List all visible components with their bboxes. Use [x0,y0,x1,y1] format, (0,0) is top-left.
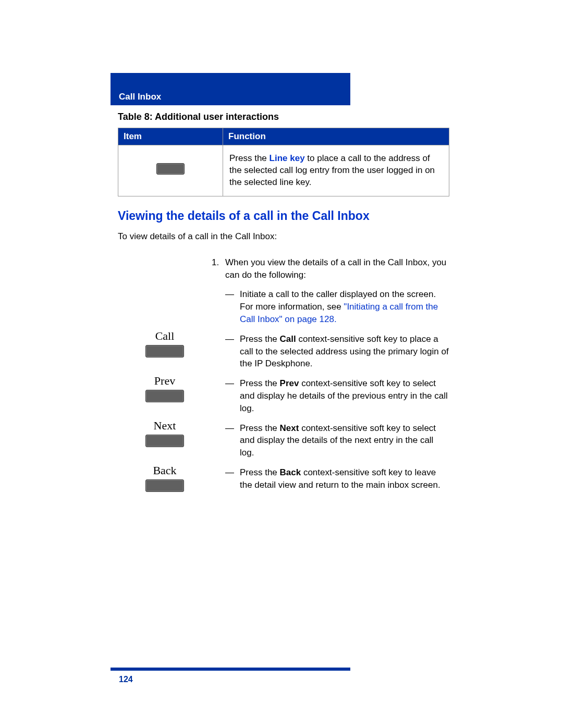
softkey-prev-icon [145,390,184,402]
dash-icon: — [225,377,240,414]
softkey-next-icon [145,435,184,447]
footer-band [111,668,350,671]
table-header-function: Function [223,128,449,145]
header-bar: Call Inbox [111,73,350,105]
table-cell-function: Press the Line key to place a call to th… [223,145,449,196]
keyword-back: Back [280,467,301,477]
step-lead: When you view the details of a call in t… [225,256,449,281]
softkey-next-label: Next [118,419,212,433]
dash-icon: — [225,288,240,325]
step-1: 1. When you view the details of a call i… [212,256,449,281]
text: Press the [240,334,280,344]
section-title: Call Inbox [119,92,161,102]
softkey-next: Next [118,419,212,449]
list-item: — Press the Call context-sensitive soft … [225,333,449,370]
instruction-column: 1. When you view the details of a call i… [212,256,449,499]
section-heading: Viewing the details of a call in the Cal… [118,209,449,223]
softkey-call-label: Call [118,329,212,343]
dash-icon: — [225,333,240,370]
table-caption: Table 8: Additional user interactions [118,112,449,122]
text: Press the [240,423,280,433]
table-header-item: Item [118,128,223,145]
list-item: — Press the Back context-sensitive soft … [225,466,449,491]
keyword-call: Call [280,334,296,344]
list-item: — Press the Prev context-sensitive soft … [225,377,449,414]
text: Press the [240,467,280,477]
softkey-prev-label: Prev [118,374,212,388]
step-number: 1. [212,256,225,281]
text: Press the [240,378,280,388]
page-number: 124 [119,675,133,684]
softkey-call-icon [145,345,184,357]
text: Press the [229,153,270,163]
list-item: — Press the Next context-sensitive soft … [225,422,449,459]
list-item: — Initiate a call to the caller displaye… [225,288,449,325]
line-key-icon [156,163,185,175]
softkey-back-icon [145,479,184,492]
softkey-back: Back [118,464,212,494]
keyword-prev: Prev [280,378,299,388]
softkey-prev: Prev [118,374,212,404]
intro-text: To view details of a call in the Call In… [118,231,449,242]
softkey-call: Call [118,329,212,360]
keyword-next: Next [280,423,299,433]
dash-icon: — [225,422,240,459]
interactions-table: Item Function Press the Line key to plac… [118,128,449,196]
table-row: Press the Line key to place a call to th… [118,145,449,196]
softkey-column: Call Prev Next Back [118,256,212,509]
table-cell-item [118,145,223,196]
dash-icon: — [225,466,240,491]
softkey-back-label: Back [118,464,212,477]
line-key-link[interactable]: Line key [270,153,305,163]
